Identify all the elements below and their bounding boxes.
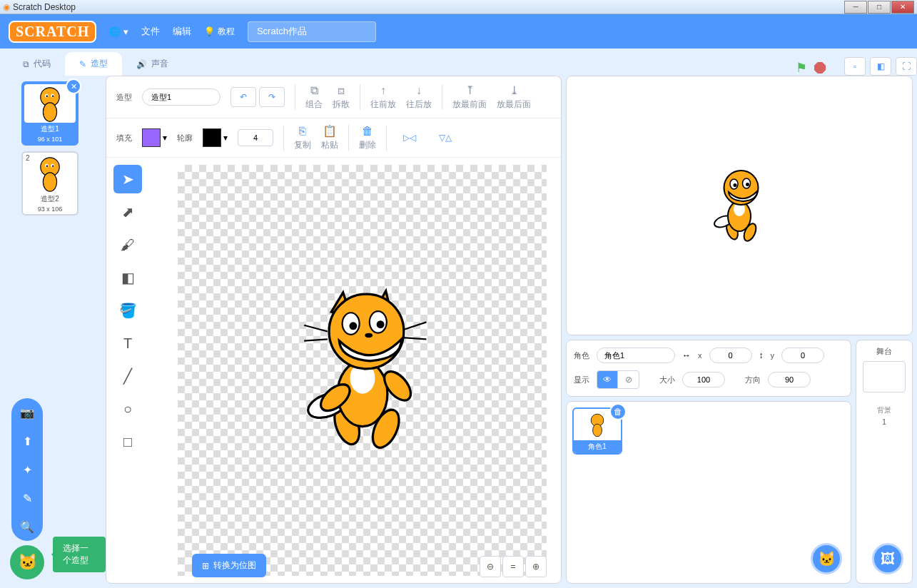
add-backdrop-button[interactable]: 🖼 [872, 543, 903, 574]
language-menu[interactable]: 🌐 ▾ [109, 26, 128, 37]
stage-cat-sprite [704, 166, 775, 245]
sound-icon: 🔊 [136, 59, 147, 69]
zoom-reset-button[interactable]: = [502, 556, 524, 577]
svg-point-38 [746, 183, 749, 186]
ungroup-button[interactable]: ⧈拆散 [333, 84, 350, 111]
y-icon: ↕ [759, 350, 764, 360]
line-tool[interactable]: ╱ [113, 362, 142, 390]
sprite-size-input[interactable] [682, 372, 725, 387]
window-title: Scratch Desktop [13, 2, 76, 12]
zoom-out-button[interactable]: ⊖ [480, 556, 501, 577]
edit-menu[interactable]: 编辑 [173, 25, 191, 38]
file-menu[interactable]: 文件 [141, 25, 160, 38]
costume-thumb-2[interactable]: 2 造型2 93 x 106 [21, 151, 78, 216]
scratch-logo: SCRATCH [9, 21, 96, 43]
add-costume-tooltip: 选择一个造型 [53, 537, 106, 572]
paint-icon[interactable]: ✎ [11, 484, 43, 512]
backward-button[interactable]: ↓往后放 [406, 84, 432, 111]
sprite-y-input[interactable] [781, 348, 824, 363]
svg-point-10 [46, 166, 48, 167]
tab-costumes[interactable]: ✎造型 [65, 52, 122, 76]
paste-button[interactable]: 📋粘贴 [321, 124, 338, 151]
fullscreen-button[interactable]: ⛶ [896, 57, 917, 76]
svg-point-37 [734, 183, 737, 187]
surprise-icon[interactable]: ✦ [11, 455, 43, 484]
menubar: SCRATCH 🌐 ▾ 文件 编辑 💡 教程 [0, 14, 917, 49]
zoom-in-button[interactable]: ⊕ [525, 556, 547, 577]
camera-icon[interactable]: 📷 [11, 398, 43, 427]
green-flag-button[interactable]: ⚑ [796, 60, 807, 76]
delete-costume-icon[interactable]: ✕ [66, 78, 81, 94]
sprite-x-input[interactable] [709, 348, 752, 363]
reshape-tool[interactable]: ⬈ [113, 198, 142, 226]
stage[interactable] [566, 76, 913, 335]
close-button[interactable]: ✕ [891, 1, 914, 14]
circle-tool[interactable]: ○ [113, 395, 142, 423]
svg-point-23 [376, 320, 384, 328]
group-button[interactable]: ⧉组合 [305, 84, 323, 111]
costume-list: 1 ✕ 造型1 96 x 101 2 造型2 93 x 106 📷 ⬆ ✦ ✎ … [0, 76, 106, 588]
brush-tool[interactable]: 🖌 [113, 230, 142, 259]
svg-line-25 [304, 325, 328, 332]
sprite-direction-input[interactable] [768, 372, 811, 387]
flip-horizontal-button[interactable]: ▷◁ [397, 128, 422, 148]
stage-small-button[interactable]: ▫ [844, 57, 866, 76]
text-tool[interactable]: T [113, 329, 142, 358]
add-costume-button[interactable]: 🐱 [10, 545, 44, 579]
paint-canvas[interactable] [178, 165, 547, 576]
paint-editor: 造型 ↶ ↷ ⧉组合 ⧈拆散 ↑往前放 ↓往后放 ⤒放最前面 ⤓放最后面 填充 … [106, 76, 562, 584]
tab-code[interactable]: ⧉代码 [9, 52, 65, 76]
outline-color-picker[interactable]: ▾ [203, 128, 228, 147]
fill-tool[interactable]: 🪣 [113, 296, 142, 325]
rect-tool[interactable]: □ [113, 427, 142, 456]
delete-button[interactable]: 🗑删除 [359, 125, 376, 151]
stage-large-button[interactable]: ◧ [870, 57, 891, 76]
add-costume-stack: 📷 ⬆ ✦ ✎ 🔍 🐱 [11, 398, 44, 579]
tab-sounds[interactable]: 🔊声音 [122, 52, 183, 76]
svg-point-4 [46, 96, 48, 97]
svg-point-11 [52, 166, 54, 167]
flip-vertical-button[interactable]: ▽△ [432, 128, 458, 148]
upload-icon[interactable]: ⬆ [11, 427, 43, 455]
costume-thumb-1[interactable]: 1 ✕ 造型1 96 x 101 [21, 81, 78, 146]
redo-button[interactable]: ↷ [259, 87, 285, 107]
costume-name-label: 造型 [116, 92, 132, 103]
search-icon[interactable]: 🔍 [11, 512, 43, 541]
back-button[interactable]: ⤓放最后面 [497, 83, 531, 111]
show-sprite-button[interactable]: 👁 [597, 370, 618, 389]
eraser-tool[interactable]: ◧ [113, 263, 142, 292]
copy-button[interactable]: ⎘复制 [294, 125, 311, 151]
tabbar: ⧉代码 ✎造型 🔊声音 ⚑ ▫ ◧ ⛶ [0, 49, 917, 76]
svg-point-1 [43, 103, 56, 121]
hide-sprite-button[interactable]: ⊘ [618, 370, 639, 389]
select-tool[interactable]: ➤ [113, 165, 142, 193]
stage-panel: 舞台 背景 1 🖼 [856, 340, 913, 584]
tool-palette: ➤ ⬈ 🖌 ◧ 🪣 T ╱ ○ □ [106, 158, 178, 583]
stage-thumb[interactable] [863, 361, 906, 392]
tutorials-menu[interactable]: 💡 教程 [204, 26, 235, 38]
minimize-button[interactable]: ─ [844, 1, 867, 14]
undo-button[interactable]: ↶ [230, 87, 256, 107]
delete-sprite-icon[interactable]: 🗑 [609, 403, 627, 420]
window-titlebar: ◉ Scratch Desktop ─ □ ✕ [0, 0, 917, 14]
stop-button[interactable] [814, 62, 826, 74]
svg-line-26 [304, 339, 328, 340]
sprite-item-1[interactable]: 🗑 角色1 [572, 407, 622, 455]
project-name-input[interactable] [248, 21, 376, 42]
svg-point-40 [593, 424, 602, 437]
fill-color-picker[interactable]: ▾ [142, 128, 167, 147]
convert-icon: ⊞ [202, 561, 209, 571]
svg-line-27 [402, 322, 426, 330]
costume-name-input[interactable] [142, 88, 221, 106]
convert-bitmap-button[interactable]: ⊞ 转换为位图 [192, 554, 266, 577]
svg-point-22 [349, 322, 357, 330]
stroke-width-input[interactable] [238, 129, 273, 146]
forward-button[interactable]: ↑往前放 [370, 84, 396, 111]
add-sprite-button[interactable]: 🐱 [811, 543, 842, 574]
front-button[interactable]: ⤒放最前面 [452, 83, 487, 111]
sprite-list: 🗑 角色1 🐱 [566, 401, 851, 584]
sprite-name-input[interactable] [597, 348, 675, 363]
code-icon: ⧉ [23, 59, 29, 69]
maximize-button[interactable]: □ [868, 1, 891, 14]
sprite-info-panel: 角色 ↔ x ↕ y 显示 👁 ⊘ [566, 340, 851, 397]
